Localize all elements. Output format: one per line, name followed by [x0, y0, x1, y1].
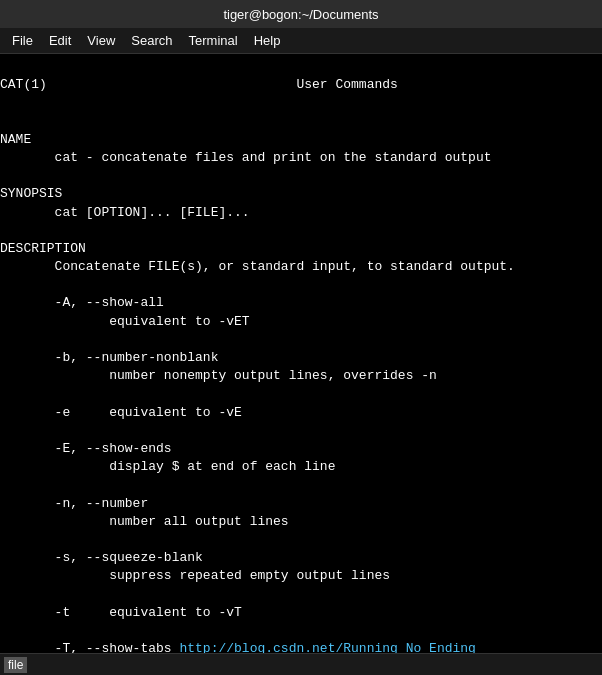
option-T: -T, --show-tabs http://blog.csdn.net/Run…	[0, 641, 476, 653]
section-name-body: cat - concatenate files and print on the…	[0, 150, 491, 165]
title-bar: tiger@bogon:~/Documents	[0, 0, 602, 28]
option-t: -t equivalent to -vT	[0, 605, 242, 620]
man-header: CAT(1) User Commands	[0, 77, 398, 92]
title-text: tiger@bogon:~/Documents	[223, 7, 378, 22]
option-E-desc: display $ at end of each line	[0, 459, 335, 474]
section-name-label: NAME	[0, 132, 31, 147]
section-synopsis-body: cat [OPTION]... [FILE]...	[0, 205, 250, 220]
status-bar: file	[0, 653, 602, 675]
menu-help[interactable]: Help	[246, 31, 289, 50]
url-link[interactable]: http://blog.csdn.net/Running_No_Ending	[179, 641, 475, 653]
menu-view[interactable]: View	[79, 31, 123, 50]
menu-search[interactable]: Search	[123, 31, 180, 50]
option-s-desc: suppress repeated empty output lines	[0, 568, 390, 583]
content-area: CAT(1) User Commands NAME cat - concaten…	[0, 54, 602, 653]
option-n: -n, --number	[0, 496, 148, 511]
option-b: -b, --number-nonblank	[0, 350, 218, 365]
section-synopsis-label: SYNOPSIS	[0, 186, 62, 201]
menu-file[interactable]: File	[4, 31, 41, 50]
option-n-desc: number all output lines	[0, 514, 289, 529]
option-A: -A, --show-all	[0, 295, 164, 310]
section-description-label: DESCRIPTION	[0, 241, 86, 256]
option-A-desc: equivalent to -vET	[0, 314, 250, 329]
menu-terminal[interactable]: Terminal	[181, 31, 246, 50]
menu-edit[interactable]: Edit	[41, 31, 79, 50]
option-s: -s, --squeeze-blank	[0, 550, 203, 565]
file-indicator: file	[4, 657, 27, 673]
option-E: -E, --show-ends	[0, 441, 172, 456]
menu-bar: File Edit View Search Terminal Help	[0, 28, 602, 54]
section-description-intro: Concatenate FILE(s), or standard input, …	[0, 259, 515, 274]
option-e: -e equivalent to -vE	[0, 405, 242, 420]
option-b-desc: number nonempty output lines, overrides …	[0, 368, 437, 383]
